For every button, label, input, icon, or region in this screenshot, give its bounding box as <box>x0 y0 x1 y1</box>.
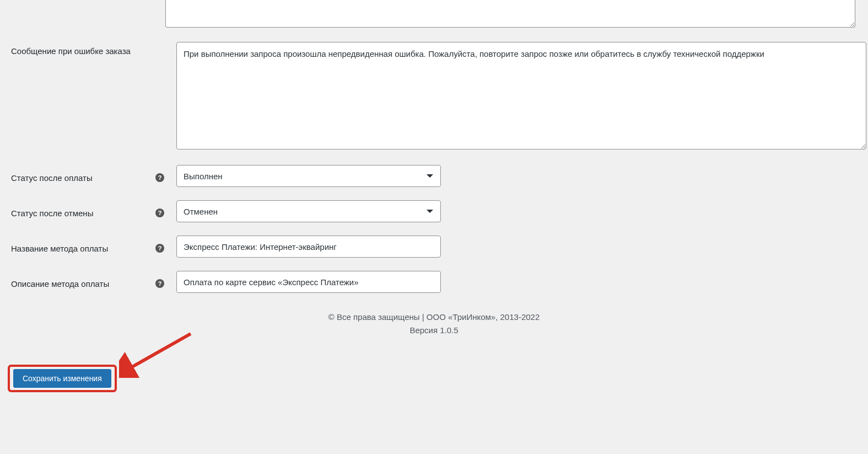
help-col <box>154 42 165 45</box>
row-payment-method-description: Описание метода оплаты ? <box>0 264 868 300</box>
copyright-text: © Все права защищены | ООО «ТриИнком», 2… <box>0 311 868 324</box>
help-icon[interactable]: ? <box>155 209 164 217</box>
label-error-message: Сообщение при ошибке заказа <box>11 42 154 57</box>
error-message-textarea[interactable]: При выполнении запроса произошла непредв… <box>176 42 866 149</box>
status-after-payment-select[interactable]: Выполнен <box>176 165 441 187</box>
version-text: Версия 1.0.5 <box>0 324 868 337</box>
help-col: ? <box>154 276 165 288</box>
row-payment-method-name: Название метода оплаты ? <box>0 229 868 264</box>
select-wrapper: Выполнен <box>176 165 441 187</box>
help-icon[interactable]: ? <box>155 173 164 182</box>
label-status-after-cancel: Статус после отмены <box>11 204 154 219</box>
input-col-status-after-payment: Выполнен <box>165 165 868 187</box>
row-error-message: Сообщение при ошибке заказа При выполнен… <box>0 35 868 158</box>
input-col-error-message: При выполнении запроса произошла непредв… <box>165 42 868 152</box>
label-payment-method-description: Описание метода оплаты <box>11 275 154 290</box>
row-status-after-payment: Статус после оплаты ? Выполнен <box>0 158 868 194</box>
select-wrapper: Отменен <box>176 200 441 222</box>
input-col-payment-method-name <box>165 236 868 258</box>
top-textarea-wrapper <box>165 0 868 30</box>
help-col: ? <box>154 205 165 217</box>
help-icon[interactable]: ? <box>155 279 164 288</box>
status-after-cancel-select[interactable]: Отменен <box>176 200 441 222</box>
payment-method-description-input[interactable] <box>176 271 441 293</box>
label-status-after-payment: Статус после оплаты <box>11 169 154 184</box>
top-textarea[interactable] <box>165 0 855 28</box>
input-col-payment-method-description <box>165 271 868 293</box>
label-payment-method-name: Название метода оплаты <box>11 239 154 254</box>
footer-info: © Все права защищены | ООО «ТриИнком», 2… <box>0 311 868 337</box>
row-status-after-cancel: Статус после отмены ? Отменен <box>0 194 868 229</box>
save-button[interactable]: Сохранить изменения <box>13 369 111 388</box>
settings-panel: Сообщение при ошибке заказа При выполнен… <box>0 0 868 454</box>
svg-line-1 <box>127 334 191 370</box>
input-col-status-after-cancel: Отменен <box>165 200 868 222</box>
help-col: ? <box>154 241 165 253</box>
help-col: ? <box>154 170 165 182</box>
save-button-highlight: Сохранить изменения <box>8 365 117 392</box>
payment-method-name-input[interactable] <box>176 236 441 258</box>
help-icon[interactable]: ? <box>155 244 164 253</box>
